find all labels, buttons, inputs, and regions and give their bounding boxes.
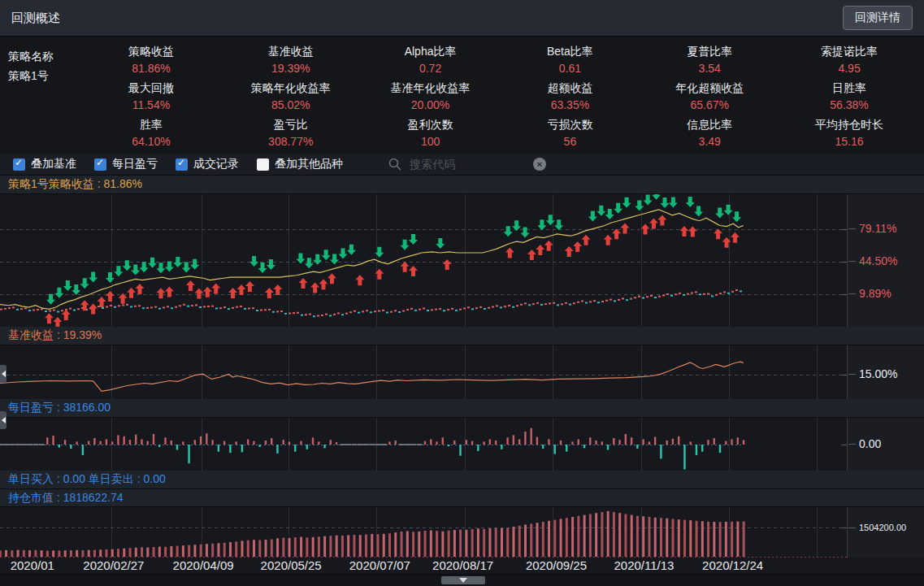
strategy-return-chart[interactable] — [0, 194, 847, 327]
x-axis-label: 2020/11/13 — [614, 558, 675, 572]
stats-row-2: 最大回撤11.54% 策略年化收益率85.02% 基准年化收益率20.00% 超… — [81, 80, 919, 116]
search-icon — [388, 158, 401, 171]
y-axis-label: 15.00% — [859, 367, 897, 380]
benchmark-return-axis: 15.00% — [847, 345, 924, 399]
stat-max-drawdown: 最大回撤11.54% — [81, 80, 221, 116]
stat-sharpe: 夏普比率3.54 — [640, 43, 779, 80]
chevron-left-icon — [2, 371, 6, 377]
stat-strategy-return: 策略收益81.86% — [81, 43, 221, 80]
position-value-axis: 1504200.00 — [847, 507, 924, 558]
stats-row-3: 胜率64.10% 盈亏比308.77% 盈利次数100 亏损次数56 信息比率3… — [81, 116, 919, 153]
stat-win-rate: 胜率64.10% — [81, 116, 221, 153]
x-axis-label: 2020/04/09 — [173, 558, 234, 572]
chevron-left-icon — [2, 417, 6, 423]
checkbox-icon — [176, 158, 188, 171]
scrollbar-thumb[interactable] — [441, 576, 485, 584]
daily-buy-sell-title: 单日买入 : 0.00 单日卖出 : 0.00 — [0, 471, 924, 489]
checkbox-icon — [257, 158, 269, 171]
benchmark-return-chart[interactable] — [0, 345, 847, 399]
stat-win-count: 盈利次数100 — [361, 116, 501, 153]
daily-pnl-panel: 0.00 — [0, 418, 924, 471]
search-input[interactable] — [408, 157, 533, 171]
strategy-return-panel: 79.11% 44.50% 9.89% — [0, 194, 924, 327]
horizontal-scrollbar[interactable] — [0, 574, 924, 586]
checkbox-icon — [94, 158, 106, 171]
stats-row-1: 策略收益81.86% 基准收益19.39% Alpha比率0.72 Beta比率… — [81, 43, 919, 80]
checkbox-overlay-benchmark[interactable]: 叠加基准 — [13, 157, 76, 171]
stat-excess-return: 超额收益63.35% — [500, 80, 640, 116]
stat-avg-holding-time: 平均持仓时长15.16 — [779, 116, 919, 153]
stat-sortino: 索提诺比率4.95 — [779, 43, 919, 80]
position-value-chart[interactable] — [0, 507, 847, 558]
x-axis-label: 2020/05/25 — [261, 558, 322, 572]
strategy-name-label: 策略名称 — [8, 46, 54, 66]
stats-panel: 策略名称 策略1号 策略收益81.86% 基准收益19.39% Alpha比率0… — [0, 37, 924, 154]
stat-information-ratio: 信息比率3.49 — [640, 116, 779, 153]
position-value-title: 持仓市值 : 1818622.74 — [0, 489, 924, 507]
strategy-name-block: 策略名称 策略1号 — [8, 46, 54, 85]
stat-annual-benchmark-return: 基准年化收益率20.00% — [361, 80, 501, 116]
benchmark-return-title: 基准收益 : 19.39% — [0, 327, 924, 345]
chart-toolbar: 叠加基准 每日盈亏 成交记录 叠加其他品种 ✕ — [0, 154, 924, 176]
strategy-name-value: 策略1号 — [8, 66, 54, 85]
x-axis-label: 2020/07/07 — [349, 558, 410, 572]
y-axis-label: 0.00 — [859, 437, 881, 450]
x-axis-label: 2020/08/17 — [432, 558, 493, 572]
checkbox-icon — [13, 158, 25, 171]
stat-annual-strategy-return: 策略年化收益率85.02% — [221, 80, 361, 116]
y-axis-label: 1504200.00 — [859, 523, 906, 532]
stat-alpha: Alpha比率0.72 — [361, 43, 501, 80]
x-axis-label: 2020/02/27 — [83, 558, 144, 572]
strategy-return-axis: 79.11% 44.50% 9.89% — [847, 194, 924, 327]
chevron-down-icon — [459, 578, 467, 583]
position-value-panel: 1504200.00 — [0, 507, 924, 558]
x-axis-label: 2020/12/24 — [702, 558, 763, 572]
checkbox-trade-records[interactable]: 成交记录 — [176, 157, 239, 171]
pane-collapse-handle[interactable] — [0, 411, 7, 429]
stat-annual-excess-return: 年化超额收益65.67% — [640, 80, 779, 116]
symbol-search: ✕ — [388, 157, 555, 171]
y-axis-label: 44.50% — [859, 254, 897, 267]
daily-pnl-axis: 0.00 — [847, 418, 924, 471]
y-axis-label: 9.89% — [859, 287, 891, 300]
checkbox-daily-pnl[interactable]: 每日盈亏 — [94, 157, 158, 171]
x-axis-label: 2020/09/25 — [526, 558, 587, 572]
stat-profit-loss-ratio: 盈亏比308.77% — [221, 116, 361, 153]
stat-benchmark-return: 基准收益19.39% — [221, 43, 361, 80]
daily-pnl-chart[interactable] — [0, 418, 847, 471]
x-axis: 2020/012020/02/272020/04/092020/05/25202… — [0, 558, 924, 574]
pane-collapse-handle[interactable] — [0, 365, 7, 383]
clear-search-icon[interactable]: ✕ — [533, 158, 546, 171]
strategy-return-title: 策略1号策略收益 : 81.86% — [0, 176, 924, 194]
backtest-overview-app: 回测概述 回测详情 策略名称 策略1号 策略收益81.86% 基准收益19.39… — [0, 0, 924, 586]
stat-loss-count: 亏损次数56 — [500, 116, 640, 153]
benchmark-return-panel: 15.00% — [0, 345, 924, 399]
y-axis-label: 79.11% — [859, 222, 896, 235]
charts-area: 策略1号策略收益 : 81.86% 79.11% 44.50% 9.89% 基准… — [0, 176, 924, 586]
stat-daily-win-rate: 日胜率56.38% — [779, 80, 919, 116]
daily-pnl-title: 每日盈亏 : 38166.00 — [0, 399, 924, 418]
header: 回测概述 回测详情 — [0, 0, 924, 37]
checkbox-overlay-other-symbols[interactable]: 叠加其他品种 — [257, 157, 343, 171]
page-title: 回测概述 — [11, 11, 60, 26]
x-axis-label: 2020/01 — [11, 558, 54, 572]
stat-beta: Beta比率0.61 — [500, 43, 640, 80]
backtest-details-button[interactable]: 回测详情 — [843, 6, 913, 30]
